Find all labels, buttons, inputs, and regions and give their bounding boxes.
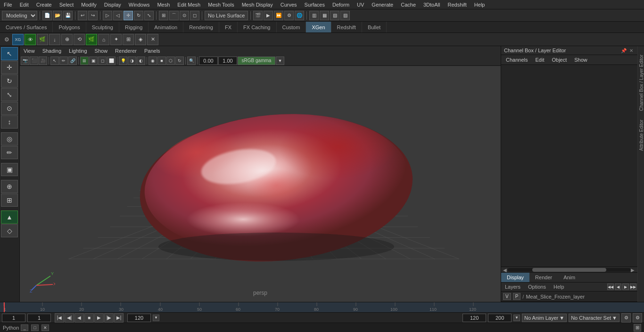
layout-btn4[interactable]: ▨ <box>340 11 350 20</box>
layer-arrow-3[interactable]: ▶ <box>622 283 629 290</box>
menu-cache[interactable]: Cache <box>397 1 420 8</box>
move-tool-btn[interactable]: ✛ <box>124 11 133 20</box>
layer-arrow-4[interactable]: ▶▶ <box>630 283 636 290</box>
vp-grid-btn[interactable]: ⊞ <box>80 57 89 65</box>
close-panel-btn[interactable]: ✕ <box>628 47 635 54</box>
live-surface-label[interactable]: No Live Surface <box>205 11 248 20</box>
snap-point-btn[interactable]: ⊙ <box>180 11 189 20</box>
xgen-btn-7[interactable]: 🌿 <box>86 34 97 45</box>
char-set-select[interactable]: No Character Set ▼ <box>569 314 619 322</box>
layout-btn1[interactable]: ▥ <box>309 11 319 20</box>
layout-btn3[interactable]: ▧ <box>330 11 339 20</box>
tab-custom[interactable]: Custom <box>277 22 306 32</box>
vp-cam2-btn[interactable]: ⬛ <box>30 57 38 65</box>
tab-fx-caching[interactable]: FX Caching <box>238 22 276 32</box>
python-settings-btn[interactable]: ⊞ <box>634 324 641 332</box>
python-minimize-btn[interactable]: _ <box>21 324 28 331</box>
range-toggle-btn[interactable]: ▼ <box>153 315 159 321</box>
move-tool[interactable]: ✛ <box>1 61 18 74</box>
menu-windows[interactable]: Windows <box>125 1 154 8</box>
layer-arrow-1[interactable]: ◀◀ <box>607 283 614 290</box>
mode-select[interactable]: Modeling <box>2 11 37 20</box>
save-btn[interactable]: 💾 <box>63 11 73 20</box>
layer-v-btn[interactable]: V <box>503 293 511 300</box>
menu-edit[interactable]: Edit <box>16 1 33 8</box>
render-seq-btn[interactable]: ⏩ <box>274 11 283 20</box>
tab-rendering[interactable]: Rendering <box>183 22 219 32</box>
menu-help[interactable]: Help <box>471 1 489 8</box>
options-item[interactable]: Options <box>524 283 550 291</box>
vp-flat-btn[interactable]: ⬜ <box>107 57 116 65</box>
xgen-settings-btn[interactable]: ⚙ <box>2 35 11 44</box>
redo-btn[interactable]: ↪ <box>88 11 98 20</box>
tab-fx[interactable]: FX <box>219 22 238 32</box>
menu-3dto[interactable]: 3DtoAll <box>420 1 444 8</box>
vp-camera-val2[interactable]: 1.00 <box>218 57 237 65</box>
menu-surfaces[interactable]: Surfaces <box>301 1 329 8</box>
play-start-btn[interactable]: |◀ <box>55 313 64 323</box>
vp-isolation-btn[interactable]: 🔍 <box>187 57 196 65</box>
menu-curves[interactable]: Curves <box>277 1 301 8</box>
tab-polygons[interactable]: Polygons <box>53 22 86 32</box>
layer-p-btn[interactable]: P <box>513 293 521 300</box>
tab-curves-surfaces[interactable]: Curves / Surfaces <box>0 22 53 32</box>
rotate-tool[interactable]: ↻ <box>1 74 18 88</box>
vp-material-btn[interactable]: ⬡ <box>166 57 175 65</box>
vp-light-btn[interactable]: 💡 <box>119 57 127 65</box>
menu-modify[interactable]: Modify <box>77 1 100 8</box>
undo-btn[interactable]: ↩ <box>78 11 87 20</box>
snap-grid-btn[interactable]: ⊞ <box>159 11 168 20</box>
soft-select-tool[interactable]: ◎ <box>1 132 18 146</box>
vp-texture-btn[interactable]: ■ <box>157 57 166 65</box>
xgen-btn-10[interactable]: ⊞ <box>123 34 134 45</box>
vp-wireframe-btn[interactable]: ▣ <box>89 57 98 65</box>
anim-prefs-btn[interactable]: ⚙ <box>633 313 642 323</box>
xgen-btn-9[interactable]: ✦ <box>110 34 122 45</box>
range-end-field[interactable]: 120 <box>127 314 151 322</box>
menu-generate[interactable]: Generate <box>368 1 397 8</box>
xgen-btn-8[interactable]: ⌂ <box>98 34 109 45</box>
lattice-tool[interactable]: ⊞ <box>1 194 18 207</box>
vp-paint-btn[interactable]: ✏ <box>59 57 68 65</box>
char-set-settings-btn[interactable]: ⚙ <box>621 313 631 323</box>
paint-tool[interactable]: ✏ <box>1 146 18 159</box>
tab-rigging[interactable]: Rigging <box>119 22 149 32</box>
play-end-btn[interactable]: ▶| <box>114 313 124 323</box>
vp-menu-renderer[interactable]: Renderer <box>111 47 140 55</box>
tab-redshift[interactable]: Redshift <box>331 22 362 32</box>
timeline-bar[interactable]: 1 10 20 30 40 50 60 70 80 90 100 110 120 <box>0 302 644 312</box>
vp-menu-view[interactable]: View <box>20 47 39 55</box>
layer-arrow-2[interactable]: ◀ <box>615 283 621 290</box>
new-scene-btn[interactable]: 📄 <box>42 11 52 20</box>
menu-deform[interactable]: Deform <box>329 1 353 8</box>
vp-ao-btn[interactable]: ◐ <box>137 57 145 65</box>
menu-create[interactable]: Create <box>33 1 56 8</box>
scale-tool-btn[interactable]: ⤡ <box>144 11 154 20</box>
tab-xgen[interactable]: XGen <box>306 22 331 32</box>
menu-file[interactable]: File <box>0 1 16 8</box>
vert-tab-channel-box[interactable]: Channel Box / Layer Editor <box>638 51 644 115</box>
xgen-btn-11[interactable]: ◈ <box>135 34 146 45</box>
menu-mesh-display[interactable]: Mesh Display <box>238 1 277 8</box>
menu-mesh-tools[interactable]: Mesh Tools <box>204 1 238 8</box>
open-btn[interactable]: 📂 <box>53 11 62 20</box>
horiz-scroll[interactable]: ◀ ▶ <box>501 267 637 272</box>
stop-btn[interactable]: ■ <box>84 313 94 323</box>
vp-snap-btn[interactable]: 🔗 <box>68 57 77 65</box>
layout-btn2[interactable]: ▦ <box>320 11 329 20</box>
cb-edit-menu[interactable]: Edit <box>531 56 548 64</box>
vp-xray-btn[interactable]: ◉ <box>149 57 157 65</box>
rotate-tool-btn[interactable]: ↻ <box>134 11 143 20</box>
vert-tab-attribute-editor[interactable]: Attribute Editor <box>638 116 644 154</box>
xgen-comb-tool[interactable]: ▲ <box>1 211 18 224</box>
anim-layer-select[interactable]: No Anim Layer ▼ <box>522 314 567 322</box>
xgen-btn-2[interactable]: 👁 <box>25 34 36 45</box>
ipr-btn[interactable]: ▶ <box>264 11 273 20</box>
render-globe-btn[interactable]: 🌐 <box>295 11 304 20</box>
anim-end2-field[interactable]: 200 <box>488 314 512 322</box>
deform-tool[interactable]: ⊕ <box>1 180 18 193</box>
viewport-scene[interactable]: persp Y X Z <box>20 66 501 302</box>
vp-menu-shading[interactable]: Shading <box>39 47 65 55</box>
python-close-btn[interactable]: ✕ <box>41 324 49 331</box>
render-settings-btn[interactable]: ⚙ <box>284 11 294 20</box>
